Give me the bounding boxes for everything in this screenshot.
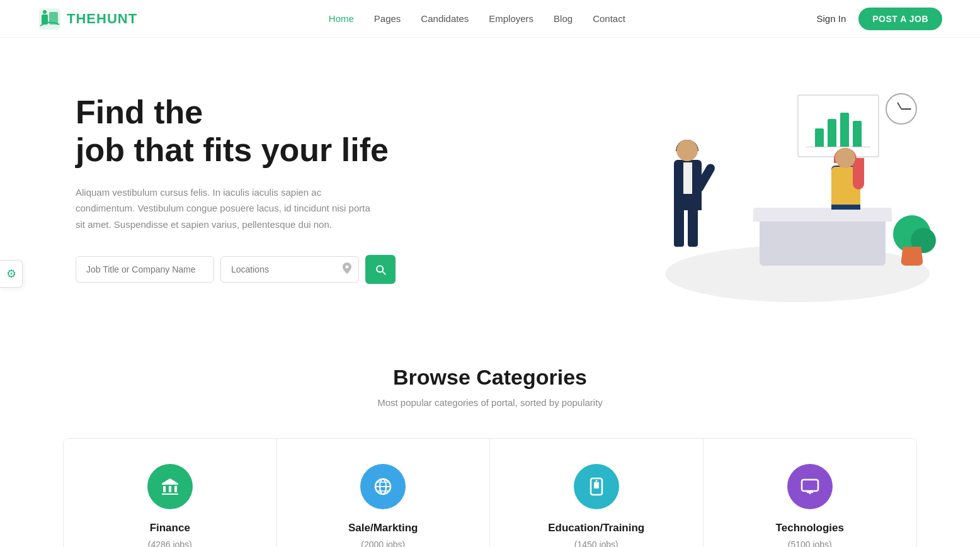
category-sale-marketing[interactable]: Sale/Markting (2000 jobs) [277,439,491,547]
finance-icon-bg [147,464,193,509]
categories-title: Browse Categories [63,365,917,390]
clock [886,93,917,125]
tech-icon-bg [787,464,833,509]
svg-point-3 [43,10,47,14]
finance-count: (4286 jobs) [148,539,192,547]
tech-name: Technologies [776,522,844,534]
svg-rect-10 [594,482,599,488]
logo-hunt: HUNT [96,11,137,26]
location-search-input[interactable] [220,256,359,283]
education-count: (1450 jobs) [574,539,618,547]
categories-section: Browse Categories Most popular categorie… [0,327,980,547]
nav-employers[interactable]: Employers [489,13,533,24]
svg-rect-12 [802,480,818,491]
sale-icon-bg [360,464,406,509]
nav-home[interactable]: Home [329,13,354,24]
sale-count: (2000 jobs) [361,539,405,547]
hero-title-line2: job that fits your life [76,132,389,168]
p2-head [835,148,855,168]
post-job-button[interactable]: POST A JOB [858,8,942,30]
p1-shirt [683,162,692,194]
p1-head [676,140,698,161]
person-standing [665,140,715,266]
education-icon [586,476,607,497]
nav-pages[interactable]: Pages [374,13,401,24]
hero-title-line1: Find the [76,94,203,130]
nav-right: Sign In POST A JOB [817,8,942,30]
finance-icon [159,476,181,497]
chart-bar-3 [840,113,849,147]
education-name: Education/Training [548,522,644,534]
nav-contact[interactable]: Contact [593,13,625,24]
categories-subtitle: Most popular categories of portal, sorte… [63,397,917,408]
hero-title: Find the job that fits your life [76,94,396,169]
sale-name: Sale/Markting [348,522,418,534]
hero-illustration [627,76,930,302]
clock-minute-hand [901,108,911,110]
svg-point-11 [595,480,597,482]
navbar: THEHUNT Home Pages Candidates Employers … [0,0,980,38]
person-at-desk [823,148,873,249]
categories-grid: Finance (4286 jobs) Sale/Markting (2000 … [63,438,917,547]
logo-text: THEHUNT [67,11,137,27]
search-icon [374,263,387,276]
job-search-input[interactable] [76,256,214,283]
p1-leg-left [674,209,684,247]
location-input-wrap [220,256,359,283]
tech-icon [799,476,821,497]
chart-line [806,147,870,148]
chart-bar-1 [815,128,824,147]
nav-links: Home Pages Candidates Employers Blog Con… [329,13,625,25]
chart-bar-2 [828,119,836,147]
sign-in-link[interactable]: Sign In [817,13,846,24]
hero-content: Find the job that fits your life Aliquam… [76,94,396,284]
settings-panel[interactable]: ⚙ [0,260,23,288]
category-finance[interactable]: Finance (4286 jobs) [64,439,277,547]
p1-leg-right [688,209,698,247]
nav-candidates[interactable]: Candidates [421,13,469,24]
education-icon-bg [574,464,619,509]
logo-icon [38,7,62,31]
category-technologies[interactable]: Technologies (5100 jobs) [704,439,917,547]
nav-blog[interactable]: Blog [554,13,573,24]
sale-icon [372,476,394,497]
plant [901,247,923,266]
hero-subtitle: Aliquam vestibulum cursus felis. In iacu… [76,184,378,233]
gear-icon: ⚙ [6,267,16,281]
logo-the: THE [67,11,96,26]
finance-name: Finance [150,522,190,534]
category-education[interactable]: Education/Training (1450 jobs) [490,439,704,547]
search-button[interactable] [365,255,396,284]
hero-section: Find the job that fits your life Aliquam… [0,38,980,327]
tech-count: (5100 jobs) [788,539,832,547]
plant-pot [901,247,923,266]
chart-bar-4 [853,121,862,147]
location-icon [343,262,351,276]
logo[interactable]: THEHUNT [38,7,137,31]
search-bar [76,255,396,284]
